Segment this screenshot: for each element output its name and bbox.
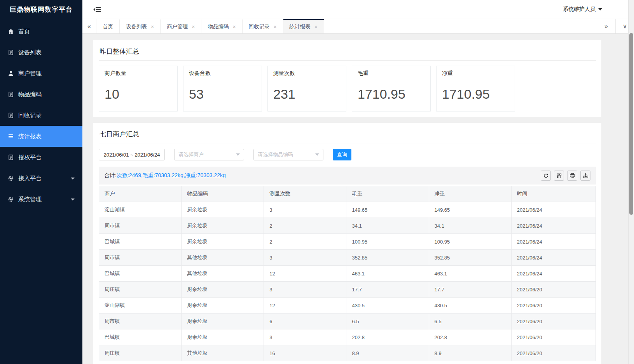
cell-item: 厨余垃圾 xyxy=(182,298,264,313)
stat-card-measure-count: 测量次数 231 xyxy=(267,66,346,111)
tab-label: 商户管理 xyxy=(167,23,188,30)
cell-gross: 430.5 xyxy=(346,298,429,313)
sidebar-item-home[interactable]: 首页 xyxy=(0,21,82,42)
filter-bar: 请选择商户 请选择物品编码 查询 xyxy=(99,149,596,160)
stat-card-gross-weight: 毛重 1710.95 xyxy=(352,66,431,111)
cell-date: 2021/06/20 xyxy=(511,345,596,361)
cell-item: 其他垃圾 xyxy=(182,250,264,266)
close-icon[interactable]: × xyxy=(192,24,195,30)
sidebar-item-item-code[interactable]: 物品编码 xyxy=(0,84,82,105)
stat-card-label: 毛重 xyxy=(352,66,430,81)
chevron-down-icon xyxy=(71,178,75,179)
print-button[interactable] xyxy=(567,171,577,181)
cell-net: 17.7 xyxy=(429,282,511,298)
tab-recycle-records[interactable]: 回收记录 × xyxy=(243,19,283,33)
item-code-select[interactable]: 请选择物品编码 xyxy=(253,149,323,160)
column-settings-button[interactable] xyxy=(554,171,564,181)
cell-date: 2021/06/20 xyxy=(511,298,596,313)
cell-count: 3 xyxy=(264,329,346,345)
tabs-scroll-right-button[interactable]: » xyxy=(597,19,615,33)
sidebar-item-statistics-report[interactable]: 统计报表 xyxy=(0,126,82,147)
table-row: 巴城镇 厨余垃圾 2 100.95 100.95 2021/06/24 xyxy=(99,234,596,250)
vertical-scrollbar xyxy=(628,0,634,364)
stat-card-label: 商户数量 xyxy=(99,66,177,81)
cell-count: 16 xyxy=(264,345,346,361)
weekly-summary-panel: 七日商户汇总 请选择商户 请选择物品编码 查询 合计:次数:246 xyxy=(93,123,601,364)
cell-net: 352.85 xyxy=(429,250,511,266)
cell-merchant: 周市镇 xyxy=(99,313,182,329)
cell-gross: 34.1 xyxy=(346,218,429,234)
user-menu[interactable]: 系统维护人员 xyxy=(563,6,602,13)
merchant-select-placeholder: 请选择商户 xyxy=(178,151,204,158)
sidebar-item-access-platform[interactable]: 接入平台 xyxy=(0,168,82,189)
fold-icon xyxy=(93,7,101,12)
close-icon[interactable]: × xyxy=(151,24,154,30)
sidebar-item-system-management[interactable]: 系统管理 xyxy=(0,189,82,210)
chevron-down-icon xyxy=(236,153,240,156)
table-row: 巴城镇 厨余垃圾 3 202.8 202.8 2021/06/20 xyxy=(99,329,596,345)
table-row: 周市镇 厨余垃圾 6 6.5 6.5 2021/06/20 xyxy=(99,313,596,329)
scrollbar-thumb[interactable] xyxy=(629,33,633,215)
refresh-button[interactable] xyxy=(541,171,551,181)
cell-net: 34.1 xyxy=(429,218,511,234)
cell-date: 2021/06/24 xyxy=(511,234,596,250)
menu-lines-icon xyxy=(8,133,14,139)
date-range-input[interactable] xyxy=(99,149,165,160)
cell-item: 其他垃圾 xyxy=(182,266,264,282)
table-row: 巴城镇 其他垃圾 12 463.1 463.1 2021/06/24 xyxy=(99,266,596,282)
sidebar-item-device-list[interactable]: 设备列表 xyxy=(0,42,82,63)
sidebar-item-authorized-platform[interactable]: 授权平台 xyxy=(0,147,82,168)
cell-item: 厨余垃圾 xyxy=(182,202,264,218)
main-area: 系统维护人员 « 首页 设备列表 × 商户管理 × 物品编码 xyxy=(82,0,634,364)
table-tools xyxy=(541,171,590,181)
document-icon xyxy=(8,91,14,98)
sidebar-collapse-button[interactable] xyxy=(93,7,101,12)
cell-net: 463.1 xyxy=(429,266,511,282)
sidebar-item-label: 回收记录 xyxy=(18,112,42,119)
cell-item: 厨余垃圾 xyxy=(182,234,264,250)
tab-label: 回收记录 xyxy=(249,23,270,30)
col-gross-weight: 毛重 xyxy=(346,186,429,202)
cell-date: 2021/06/24 xyxy=(511,202,596,218)
sidebar-item-label: 统计报表 xyxy=(18,133,42,140)
export-button[interactable] xyxy=(580,171,590,181)
sidebar-item-label: 接入平台 xyxy=(18,175,42,182)
totals-label: 合计: xyxy=(104,172,117,178)
stat-card-label: 净重 xyxy=(437,66,515,81)
cell-gross: 17.7 xyxy=(346,282,429,298)
document-icon xyxy=(8,154,14,160)
cell-item: 厨余垃圾 xyxy=(182,218,264,234)
tab-bar: « 首页 设备列表 × 商户管理 × 物品编码 × 回收记录 xyxy=(82,19,634,34)
close-icon[interactable]: × xyxy=(314,24,318,30)
cell-gross: 463.1 xyxy=(346,266,429,282)
cell-date: 2021/06/20 xyxy=(511,329,596,345)
sidebar-nav: 首页 设备列表 商户管理 物品编码 回收记录 统计报表 xyxy=(0,21,82,210)
cell-gross: 352.85 xyxy=(346,250,429,266)
user-menu-label: 系统维护人员 xyxy=(563,6,596,13)
sidebar-item-recycle-records[interactable]: 回收记录 xyxy=(0,105,82,126)
cell-date: 2021/06/24 xyxy=(511,266,596,282)
sidebar-item-label: 商户管理 xyxy=(18,70,42,77)
col-merchant: 商户 xyxy=(99,186,182,202)
document-icon xyxy=(8,112,14,118)
close-icon[interactable]: × xyxy=(232,24,236,30)
print-icon xyxy=(569,173,575,179)
tab-statistics-report[interactable]: 统计报表 × xyxy=(283,19,324,33)
tab-home[interactable]: 首页 xyxy=(96,19,120,33)
cell-merchant: 周庄镇 xyxy=(99,345,182,361)
sidebar-item-merchant-management[interactable]: 商户管理 xyxy=(0,63,82,84)
close-icon[interactable]: × xyxy=(274,24,277,30)
query-button[interactable]: 查询 xyxy=(333,149,351,160)
cell-count: 3 xyxy=(264,282,346,298)
tab-item-code[interactable]: 物品编码 × xyxy=(201,19,242,33)
cell-item: 厨余垃圾 xyxy=(182,282,264,298)
tab-merchant-management[interactable]: 商户管理 × xyxy=(161,19,201,33)
tabs-scroll-left-button[interactable]: « xyxy=(82,19,96,33)
stat-card-label: 测量次数 xyxy=(268,66,346,81)
col-time: 时间 xyxy=(511,186,596,202)
tab-label: 设备列表 xyxy=(126,23,147,30)
tab-device-list[interactable]: 设备列表 × xyxy=(120,19,161,33)
app-title: 巨鼎物联网数字平台 xyxy=(0,0,82,19)
merchant-select[interactable]: 请选择商户 xyxy=(174,149,244,160)
chevron-down-icon xyxy=(315,153,319,156)
